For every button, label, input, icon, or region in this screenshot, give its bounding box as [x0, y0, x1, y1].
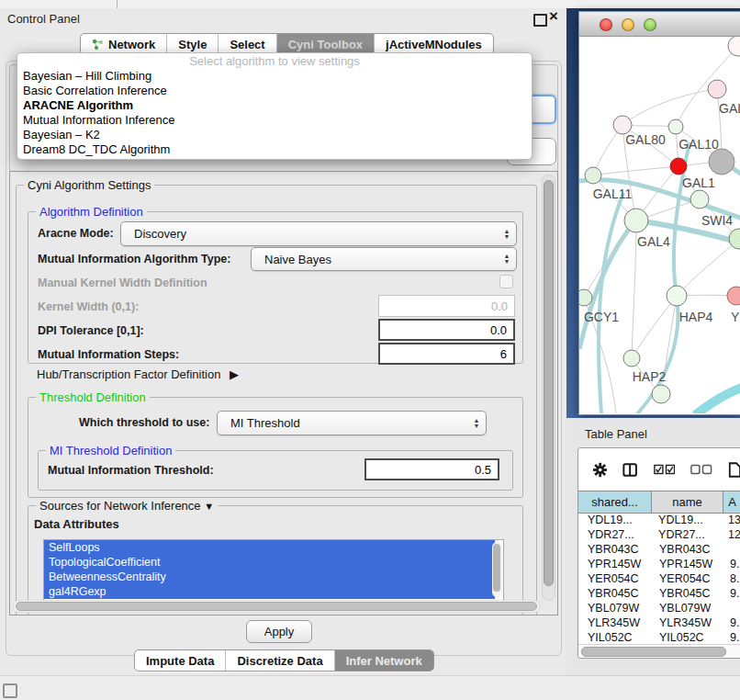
- table-row[interactable]: YPR145WYPR145W9.: [578, 557, 740, 571]
- settings-vertical-scrollbar[interactable]: [542, 175, 555, 601]
- list-item[interactable]: gal4RGexp: [44, 584, 495, 599]
- dropdown-item[interactable]: Bayesian – Hill Climbing: [17, 69, 532, 84]
- horizontal-scrollbar-thumb[interactable]: [16, 602, 537, 611]
- settings-horizontal-scrollbar[interactable]: [13, 600, 540, 613]
- table-row[interactable]: YBR043CYBR043C: [578, 542, 740, 557]
- tab-discretize-data[interactable]: Discretize Data: [225, 650, 333, 671]
- column-header-shared-name[interactable]: shared...: [578, 491, 652, 513]
- dropdown-item[interactable]: Basic Correlation Inference: [17, 84, 532, 98]
- data-attributes-list[interactable]: SelfLoops TopologicalCoefficient Between…: [43, 539, 504, 602]
- vertical-scrollbar-thumb[interactable]: [544, 180, 554, 586]
- network-node-red[interactable]: [670, 158, 687, 175]
- dpi-tolerance-field[interactable]: 0.0: [378, 319, 515, 341]
- mi-type-combobox[interactable]: Naive Bayes ▲▼: [251, 247, 517, 271]
- list-item[interactable]: SelfLoops: [44, 540, 495, 555]
- list-item[interactable]: TopologicalCoefficient: [44, 555, 495, 570]
- collapse-arrow-icon[interactable]: ▼: [204, 501, 214, 512]
- cyni-algorithm-settings-group: Cyni Algorithm Settings Algorithm Defini…: [16, 185, 537, 615]
- close-panel-icon[interactable]: ×: [549, 7, 558, 26]
- tab-infer-network[interactable]: Infer Network: [334, 650, 433, 671]
- network-node-salmon[interactable]: [727, 287, 740, 305]
- table-row[interactable]: YDL19...YDL19...13: [578, 513, 740, 527]
- table-scrollbar-thumb[interactable]: [581, 647, 726, 657]
- network-view-window[interactable]: GAL GAL80 GAL10 GAL1 GAL11 SWI4 GAL4 GCY…: [578, 11, 740, 415]
- which-threshold-label: Which threshold to use:: [79, 416, 209, 429]
- dropdown-item[interactable]: Mutual Information Inference: [17, 113, 532, 128]
- kernel-width-label: Kernel Width (0,1):: [38, 300, 139, 313]
- column-header-name[interactable]: name: [652, 491, 723, 513]
- table-row[interactable]: YER054CYER054C8.: [578, 571, 740, 586]
- mi-threshold-field[interactable]: 0.5: [364, 458, 499, 480]
- minimized-panel-icon[interactable]: [3, 683, 17, 698]
- table-row[interactable]: YDR27...YDR27...12: [578, 527, 740, 542]
- mi-steps-label: Mutual Information Steps:: [38, 348, 179, 361]
- network-node[interactable]: [728, 37, 740, 56]
- table-header-row: shared... name A: [578, 491, 740, 514]
- network-window-titlebar[interactable]: [579, 12, 740, 37]
- kernel-width-field[interactable]: 0.0: [378, 295, 515, 317]
- table-horizontal-scrollbar[interactable]: [578, 644, 740, 658]
- table-body: YDL19...YDL19...13 YDR27...YDR27...12 YB…: [578, 513, 740, 658]
- minimize-window-button[interactable]: [622, 18, 634, 31]
- mi-steps-field[interactable]: 6: [378, 343, 515, 365]
- mi-threshold-label: Mutual Information Threshold:: [48, 464, 214, 477]
- expander-arrow-icon: ▶: [230, 367, 239, 381]
- column-header-clipped[interactable]: A: [723, 491, 740, 513]
- hub-definition-expander[interactable]: Hub/Transcription Factor Definition ▶: [37, 367, 239, 381]
- network-node[interactable]: [613, 116, 632, 134]
- gear-icon[interactable]: [593, 462, 607, 478]
- list-scrollbar[interactable]: [492, 542, 502, 597]
- list-scrollbar-thumb[interactable]: [493, 544, 500, 592]
- cell-shared-name: YBR045C: [578, 586, 652, 601]
- columns-icon[interactable]: [622, 462, 637, 478]
- cell-name: YPR145W: [652, 557, 723, 571]
- table-row[interactable]: YBL079WYBL079W: [578, 601, 740, 615]
- combo-arrows-icon: ▲▼: [498, 248, 516, 270]
- network-node[interactable]: [690, 190, 709, 209]
- network-node[interactable]: [579, 289, 592, 306]
- unchecked-checkboxes-icon[interactable]: [690, 464, 712, 475]
- checked-checkboxes-icon[interactable]: [654, 464, 675, 475]
- network-node-label: GAL4: [637, 234, 670, 249]
- network-node-label: GAL11: [593, 186, 633, 201]
- cell-shared-name: YIL052C: [578, 630, 652, 645]
- network-canvas[interactable]: GAL GAL80 GAL10 GAL1 GAL11 SWI4 GAL4 GCY…: [579, 37, 740, 413]
- algorithm-definition-group: Algorithm Definition Aracne Mode: Discov…: [28, 211, 523, 364]
- tab-select[interactable]: Select: [218, 34, 275, 54]
- table-row[interactable]: YIL052CYIL052C9.: [578, 630, 740, 645]
- cell-name: YER054C: [652, 571, 723, 586]
- document-icon[interactable]: [728, 461, 740, 479]
- cell-shared-name: YDR27...: [578, 527, 651, 542]
- network-node[interactable]: [652, 385, 670, 403]
- tab-impute-data[interactable]: Impute Data: [135, 650, 225, 671]
- apply-button[interactable]: Apply: [246, 620, 312, 643]
- network-node-label: HAP4: [679, 310, 713, 324]
- network-node-gray[interactable]: [709, 149, 734, 175]
- list-item[interactable]: BetweennessCentrality: [44, 570, 495, 584]
- dropdown-item-selected[interactable]: ARACNE Algorithm: [17, 98, 532, 113]
- network-node[interactable]: [708, 80, 726, 98]
- manual-kernel-checkbox[interactable]: [499, 275, 513, 288]
- tab-style[interactable]: Style: [166, 34, 218, 54]
- dropdown-item[interactable]: Bayesian – K2: [17, 128, 532, 142]
- network-node[interactable]: [585, 167, 601, 184]
- network-node-label: HAP2: [633, 369, 667, 384]
- tab-jactivemnodules[interactable]: jActiveMNodules: [374, 34, 493, 54]
- table-row[interactable]: YBR045CYBR045C9.: [578, 586, 740, 601]
- network-node[interactable]: [623, 350, 640, 367]
- float-panel-icon[interactable]: [533, 14, 547, 27]
- cytoscape-desktop: GAL GAL80 GAL10 GAL1 GAL11 SWI4 GAL4 GCY…: [566, 8, 740, 418]
- network-node[interactable]: [667, 286, 687, 306]
- aracne-mode-combobox[interactable]: Discovery ▲▼: [120, 221, 517, 246]
- close-window-button[interactable]: [600, 18, 612, 31]
- cell-name: YLR345W: [652, 615, 723, 630]
- which-threshold-combobox[interactable]: MI Threshold ▲▼: [217, 411, 487, 435]
- network-node[interactable]: [624, 209, 648, 232]
- aracne-mode-label: Aracne Mode:: [38, 227, 114, 240]
- zoom-window-button[interactable]: [644, 18, 656, 31]
- tab-cyni-toolbox[interactable]: Cyni Toolbox: [276, 34, 374, 54]
- network-node[interactable]: [668, 119, 683, 134]
- dropdown-item[interactable]: Dream8 DC_TDC Algorithm: [17, 142, 532, 157]
- tab-network[interactable]: Network: [81, 34, 166, 54]
- table-row[interactable]: YLR345WYLR345W9.: [578, 615, 740, 630]
